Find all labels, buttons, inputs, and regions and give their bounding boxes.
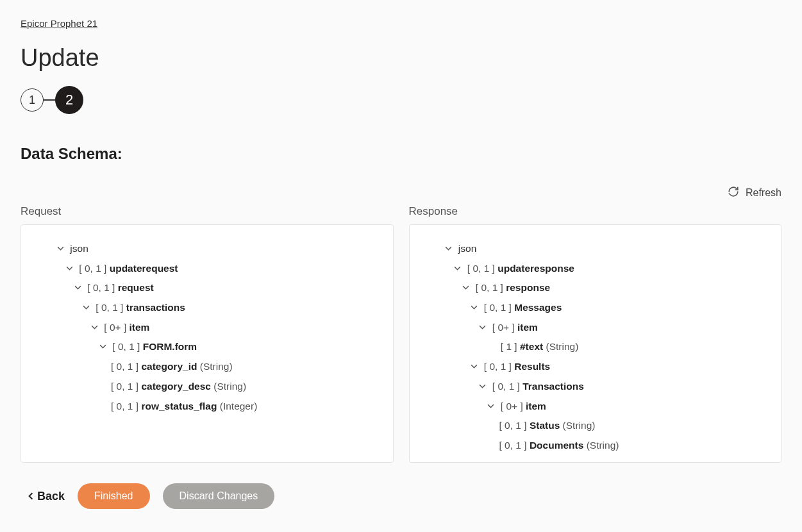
tree-node-request[interactable]: [ 0, 1 ] request: [33, 278, 381, 298]
chevron-down-icon[interactable]: [478, 318, 487, 338]
tree-leaf-text[interactable]: [ 1 ] #text (String): [421, 337, 770, 357]
chevron-down-icon[interactable]: [462, 278, 471, 298]
tree-node-transactions[interactable]: [ 0, 1 ] Transactions: [421, 377, 770, 397]
tree-node-json[interactable]: json: [33, 239, 381, 259]
breadcrumb-link[interactable]: Epicor Prophet 21: [21, 18, 97, 29]
chevron-down-icon[interactable]: [453, 259, 462, 279]
request-column: Request json [ 0, 1 ] updaterequest [ 0,…: [21, 205, 394, 463]
section-heading: Data Schema:: [21, 145, 781, 163]
response-column: Response json [ 0, 1 ] updateresponse [ …: [409, 205, 782, 463]
tree-leaf-status[interactable]: [ 0, 1 ] Status (String): [421, 416, 770, 436]
tree-node-messages[interactable]: [ 0, 1 ] Messages: [421, 298, 770, 318]
tree-node-results[interactable]: [ 0, 1 ] Results: [421, 357, 770, 377]
tree-leaf-category-id[interactable]: [ 0, 1 ] category_id (String): [33, 357, 381, 377]
tree-node-updateresponse[interactable]: [ 0, 1 ] updateresponse: [421, 259, 770, 279]
request-title: Request: [21, 205, 394, 218]
page-title: Update: [21, 44, 781, 72]
back-button[interactable]: Back: [27, 490, 65, 503]
stepper: 1 2: [21, 86, 781, 114]
tree-node-transactions[interactable]: [ 0, 1 ] transactions: [33, 298, 381, 318]
tree-node-item[interactable]: [ 0+ ] item: [421, 397, 770, 417]
tree-node-form[interactable]: [ 0, 1 ] FORM.form: [33, 337, 381, 357]
tree-node-json[interactable]: json: [421, 239, 770, 259]
tree-leaf-row-status-flag[interactable]: [ 0, 1 ] row_status_flag (Integer): [33, 397, 381, 417]
chevron-down-icon[interactable]: [478, 377, 487, 397]
refresh-label: Refresh: [746, 187, 781, 199]
refresh-button[interactable]: Refresh: [728, 186, 781, 200]
tree-node-item[interactable]: [ 0+ ] item: [33, 318, 381, 338]
tree-leaf-documents[interactable]: [ 0, 1 ] Documents (String): [421, 436, 770, 456]
response-schema: json [ 0, 1 ] updateresponse [ 0, 1 ] re…: [409, 224, 782, 463]
step-connector: [44, 99, 55, 101]
chevron-down-icon[interactable]: [487, 397, 496, 417]
chevron-down-icon[interactable]: [56, 239, 65, 259]
chevron-down-icon[interactable]: [90, 318, 99, 338]
chevron-down-icon[interactable]: [65, 259, 74, 279]
chevron-down-icon[interactable]: [444, 239, 453, 259]
chevron-down-icon[interactable]: [73, 278, 82, 298]
chevron-down-icon[interactable]: [81, 298, 90, 318]
chevron-down-icon[interactable]: [470, 357, 479, 377]
discard-changes-button[interactable]: Discard Changes: [163, 483, 275, 509]
tree-node-response[interactable]: [ 0, 1 ] response: [421, 278, 770, 298]
chevron-left-icon: [27, 490, 35, 503]
chevron-down-icon[interactable]: [470, 298, 479, 318]
request-schema: json [ 0, 1 ] updaterequest [ 0, 1 ] req…: [21, 224, 394, 463]
chevron-down-icon[interactable]: [98, 337, 107, 357]
step-2[interactable]: 2: [55, 86, 83, 114]
finished-button[interactable]: Finished: [78, 483, 149, 509]
footer-actions: Back Finished Discard Changes: [21, 483, 781, 509]
tree-leaf-category-desc[interactable]: [ 0, 1 ] category_desc (String): [33, 377, 381, 397]
step-1[interactable]: 1: [21, 88, 44, 112]
tree-node-updaterequest[interactable]: [ 0, 1 ] updaterequest: [33, 259, 381, 279]
response-title: Response: [409, 205, 782, 218]
tree-node-item[interactable]: [ 0+ ] item: [421, 318, 770, 338]
refresh-icon: [728, 186, 739, 200]
